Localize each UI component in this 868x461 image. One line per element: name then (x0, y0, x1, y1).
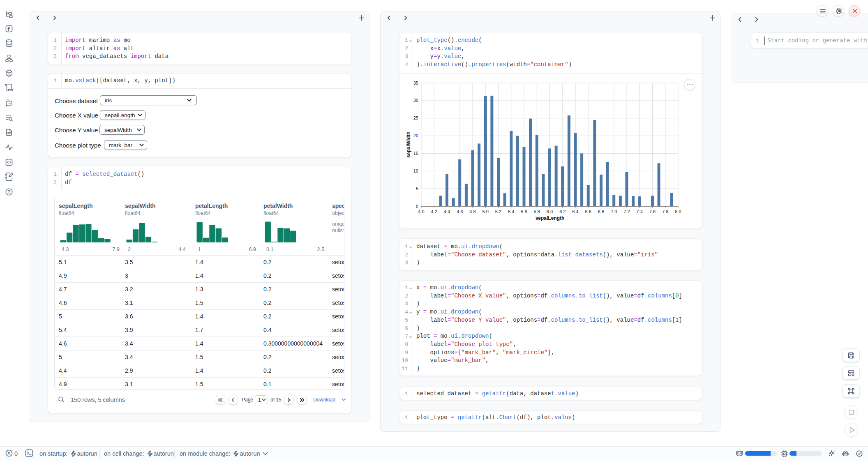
svg-text:10: 10 (413, 168, 418, 173)
svg-text:7.0: 7.0 (611, 209, 617, 214)
svg-text:30: 30 (413, 98, 418, 103)
svg-text:4.4: 4.4 (444, 209, 450, 214)
svg-text:4.0: 4.0 (418, 209, 424, 214)
svg-text:7.8: 7.8 (662, 209, 668, 214)
svg-text:8.0: 8.0 (675, 209, 681, 214)
svg-text:5.2: 5.2 (495, 209, 501, 214)
svg-text:5.4: 5.4 (508, 209, 514, 214)
svg-text:7.2: 7.2 (623, 209, 630, 214)
svg-text:4.6: 4.6 (457, 209, 463, 214)
svg-text:25: 25 (413, 115, 418, 120)
svg-text:7.6: 7.6 (649, 209, 656, 214)
svg-text:5.6: 5.6 (521, 209, 527, 214)
svg-text:15: 15 (413, 151, 418, 156)
svg-text:0: 0 (416, 204, 418, 209)
svg-text:5.8: 5.8 (534, 209, 540, 214)
svg-text:7.4: 7.4 (637, 209, 643, 214)
svg-text:20: 20 (413, 133, 418, 138)
svg-text:5: 5 (416, 186, 418, 191)
svg-text:4.8: 4.8 (469, 209, 476, 214)
svg-text:6.0: 6.0 (547, 209, 553, 214)
svg-text:6.6: 6.6 (585, 209, 591, 214)
svg-text:35: 35 (413, 81, 418, 85)
svg-text:sepalWidth: sepalWidth (406, 131, 411, 158)
svg-text:6.2: 6.2 (559, 209, 566, 214)
svg-text:5.0: 5.0 (482, 209, 489, 214)
svg-text:4.2: 4.2 (431, 209, 437, 214)
svg-text:sepalLength: sepalLength (536, 215, 565, 221)
svg-text:6.4: 6.4 (572, 209, 578, 214)
svg-text:6.8: 6.8 (598, 209, 604, 214)
